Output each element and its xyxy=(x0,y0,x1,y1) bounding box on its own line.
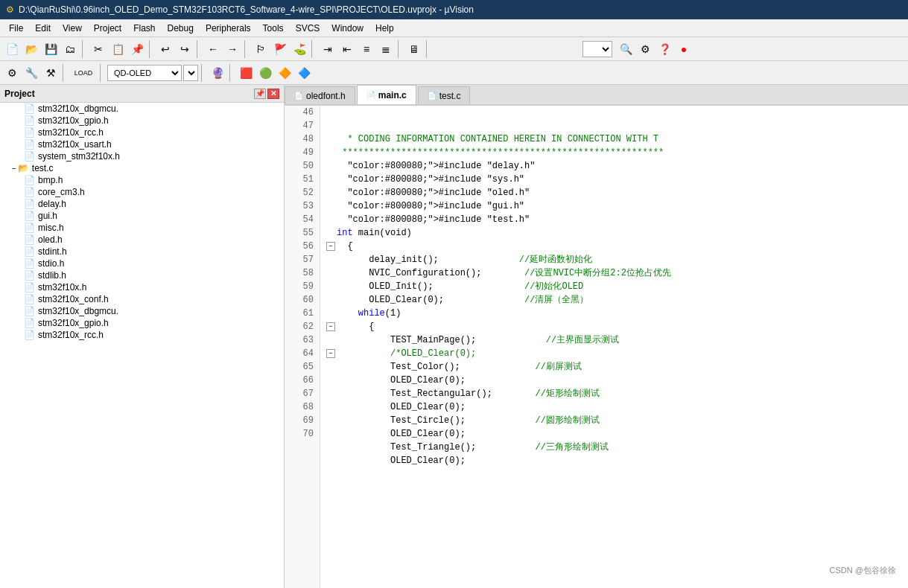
menu-project[interactable]: Project xyxy=(88,22,127,35)
tree-item[interactable]: 📄stm32f10x_gpio.h xyxy=(0,317,284,329)
tree-item[interactable]: 📄gui.h xyxy=(0,210,284,222)
copy-btn[interactable]: 📋 xyxy=(109,40,127,58)
tree-item[interactable]: 📄stm32f10x_dbgmcu. xyxy=(0,305,284,317)
search-btn[interactable]: 🔍 xyxy=(617,40,635,58)
sidebar-close-btn[interactable]: ✕ xyxy=(267,89,279,99)
run4-btn[interactable]: 🔷 xyxy=(295,64,313,82)
menu-peripherals[interactable]: Peripherals xyxy=(200,22,257,35)
sep4 xyxy=(244,40,249,58)
code-line: Test_Triangle(); //三角形绘制测试 xyxy=(326,441,902,454)
line-number: 51 xyxy=(291,173,314,186)
wizard-btn[interactable]: 🔮 xyxy=(209,64,226,82)
menu-debug[interactable]: Debug xyxy=(162,22,200,35)
run2-btn[interactable]: 🟢 xyxy=(256,64,274,82)
line-number: 58 xyxy=(291,266,314,280)
menu-tools[interactable]: Tools xyxy=(257,22,290,35)
tree-item-label: stm32f10x_gpio.h xyxy=(38,115,109,126)
save-all-btn[interactable]: 🗂 xyxy=(61,40,79,58)
build-btn[interactable]: ⚒ xyxy=(42,64,60,82)
tab-test-c[interactable]: 📄test.c xyxy=(418,86,471,104)
tree-item-label: stdlib.h xyxy=(38,270,66,281)
tab-oledfont-h[interactable]: 📄oledfont.h xyxy=(285,86,355,104)
project-select[interactable]: QD-OLED xyxy=(107,65,182,81)
stop-btn[interactable]: 🟥 xyxy=(237,64,255,82)
nav-fwd-btn[interactable]: → xyxy=(223,40,241,58)
bookmark2-btn[interactable]: 🚩 xyxy=(271,40,289,58)
tree-item[interactable]: 📄stm32f10x.h xyxy=(0,281,284,293)
tree-item[interactable]: 📄stdio.h xyxy=(0,258,284,269)
code-text: Test_Rectangular(); //矩形绘制测试 xyxy=(337,387,600,400)
tree-item-label: stm32f10x_dbgmcu. xyxy=(38,306,118,316)
red-circle-btn[interactable]: ● xyxy=(675,40,693,58)
run3-btn[interactable]: 🔶 xyxy=(276,64,293,82)
undo-btn[interactable]: ↩ xyxy=(156,40,174,58)
save-btn[interactable]: 💾 xyxy=(42,40,60,58)
tab-main-c[interactable]: 📄main.c xyxy=(357,85,416,104)
fold-marker[interactable]: − xyxy=(326,242,335,251)
fold-marker[interactable]: − xyxy=(326,349,335,358)
line-number: 67 xyxy=(291,387,314,400)
file-icon: 📄 xyxy=(24,199,35,209)
format2-btn[interactable]: ≣ xyxy=(377,40,395,58)
code-line: "color:#800080;">#include "test.h" xyxy=(326,213,902,226)
tree-item-label: stdint.h xyxy=(38,246,67,257)
tab-file-icon: 📄 xyxy=(294,92,303,100)
code-area[interactable]: 4647484950515253545556575859606162636465… xyxy=(285,106,908,588)
tree-item[interactable]: 📄stm32f10x_conf.h xyxy=(0,293,284,305)
fold-marker[interactable]: − xyxy=(326,322,335,331)
tree-item[interactable]: 📄stm32f10x_dbgmcu. xyxy=(0,103,284,115)
menu-window[interactable]: Window xyxy=(326,22,369,35)
compile2-btn[interactable]: 🔧 xyxy=(22,64,40,82)
tree-item[interactable]: 📄stdlib.h xyxy=(0,269,284,281)
bookmark-btn[interactable]: 🏳 xyxy=(252,40,270,58)
code-line: − { xyxy=(326,320,902,333)
tree-item[interactable]: 📄bmp.h xyxy=(0,174,284,186)
tree-item[interactable]: 📄stm32f10x_gpio.h xyxy=(0,115,284,127)
load-btn[interactable]: LOAD xyxy=(70,64,97,82)
config-select[interactable] xyxy=(183,65,198,81)
tree-item[interactable]: 📄core_cm3.h xyxy=(0,186,284,198)
format-btn[interactable]: ≡ xyxy=(358,40,375,58)
redo-btn[interactable]: ↪ xyxy=(176,40,194,58)
tree-item[interactable]: 📄stm32f10x_rcc.h xyxy=(0,127,284,138)
code-line: OLED_Clear(0); xyxy=(326,400,902,414)
menu-edit[interactable]: Edit xyxy=(29,22,57,35)
line-number: 50 xyxy=(291,159,314,173)
indent-btn[interactable]: ⇥ xyxy=(319,40,337,58)
paste-btn[interactable]: 📌 xyxy=(128,40,146,58)
file-icon: 📄 xyxy=(24,127,35,138)
editor-area: 📄oledfont.h📄main.c📄test.c 46474849505152… xyxy=(285,85,908,588)
help-btn[interactable]: ❓ xyxy=(655,40,673,58)
tree-item[interactable]: 📄system_stm32f10x.h xyxy=(0,150,284,162)
run-btn[interactable]: 🖥 xyxy=(405,40,423,58)
tree-item[interactable]: −📂test.c xyxy=(0,162,284,174)
new-file-btn[interactable]: 📄 xyxy=(3,40,21,58)
cut-btn[interactable]: ✂ xyxy=(89,40,107,58)
tree-item[interactable]: 📄stdint.h xyxy=(0,246,284,258)
tree-item[interactable]: 📄delay.h xyxy=(0,198,284,210)
code-text: { xyxy=(337,320,374,333)
tree-item[interactable]: 📄oled.h xyxy=(0,234,284,246)
menu-view[interactable]: View xyxy=(57,22,88,35)
tree-item[interactable]: 📄stm32f10x_rcc.h xyxy=(0,329,284,341)
sep10 xyxy=(201,64,206,82)
tree-item[interactable]: 📄stm32f10x_usart.h xyxy=(0,138,284,150)
outdent-btn[interactable]: ⇤ xyxy=(338,40,356,58)
title-icon: ⚙ xyxy=(6,4,14,15)
code-content[interactable]: * CODING INFORMATION CONTAINED HEREIN IN… xyxy=(320,106,908,588)
tree-item[interactable]: 📄misc.h xyxy=(0,222,284,234)
menu-file[interactable]: File xyxy=(3,22,29,35)
sep2 xyxy=(149,40,153,58)
tree-item-label: misc.h xyxy=(38,223,64,233)
sidebar-pin-btn[interactable]: 📌 xyxy=(254,89,266,99)
compile-btn[interactable]: ⚙ xyxy=(3,64,21,82)
menu-help[interactable]: Help xyxy=(369,22,400,35)
menu-flash[interactable]: Flash xyxy=(127,22,161,35)
bookmark3-btn[interactable]: ⛳ xyxy=(291,40,308,58)
tree-item-label: gui.h xyxy=(38,211,57,221)
open-btn[interactable]: 📂 xyxy=(22,40,40,58)
menu-svcs[interactable]: SVCS xyxy=(290,22,326,35)
target-dropdown[interactable] xyxy=(582,41,612,57)
settings-btn[interactable]: ⚙ xyxy=(636,40,654,58)
nav-back-btn[interactable]: ← xyxy=(204,40,222,58)
